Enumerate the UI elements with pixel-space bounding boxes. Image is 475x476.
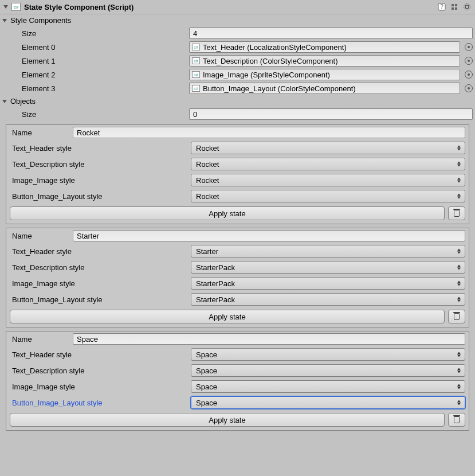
objects-size-input[interactable] (189, 108, 473, 120)
svg-point-6 (465, 5, 469, 9)
dropdown-arrows-icon (457, 194, 461, 199)
state-block: Name Text_Header style Space Text_Descri… (6, 331, 469, 431)
state-name-label: Name (10, 232, 73, 240)
help-icon[interactable]: ? (437, 2, 446, 11)
dropdown-arrows-icon (457, 368, 461, 373)
object-field[interactable]: c# Button_Image_Layout (ColorStyleCompon… (189, 83, 460, 94)
delete-button[interactable] (448, 413, 465, 427)
object-picker-icon[interactable] (465, 84, 473, 92)
state-name-input[interactable] (73, 127, 465, 138)
style-dropdown[interactable]: StarterPack (191, 293, 465, 306)
object-field-value: Text_Description (ColorStyleComponent) (203, 57, 338, 65)
dropdown-value: StarterPack (196, 279, 235, 288)
foldout-icon (2, 100, 7, 103)
component-title: State Style Component (Script) (24, 3, 437, 11)
style-dropdown[interactable]: Rocket (191, 174, 465, 186)
dropdown-value: Space (196, 350, 217, 359)
preset-icon[interactable] (450, 2, 459, 11)
dropdown-arrows-icon (457, 249, 461, 254)
delete-button[interactable] (448, 206, 465, 220)
dropdown-value: Space (196, 366, 217, 375)
element-label: Element 1 (2, 57, 189, 65)
svg-rect-3 (455, 4, 457, 6)
style-dropdown[interactable]: Space (191, 396, 465, 409)
state-name-label: Name (10, 335, 73, 344)
style-dropdown[interactable]: Space (191, 348, 465, 361)
svg-rect-5 (455, 7, 457, 10)
object-picker-icon[interactable] (465, 57, 473, 65)
dropdown-arrows-icon (457, 178, 461, 183)
trash-icon (454, 416, 460, 423)
style-dropdown[interactable]: Rocket (191, 158, 465, 170)
style-dropdown[interactable]: Rocket (191, 142, 465, 154)
svg-text:?: ? (440, 3, 443, 10)
size-label: Size (2, 29, 189, 38)
style-row-label: Button_Image_Layout style (10, 399, 191, 407)
dropdown-arrows-icon (457, 162, 461, 167)
style-row-label: Image_Image style (10, 383, 191, 391)
object-picker-icon[interactable] (465, 71, 473, 79)
trash-icon (454, 210, 460, 217)
dropdown-value: Starter (196, 247, 218, 256)
object-field-value: Button_Image_Layout (ColorStyleComponent… (203, 84, 356, 93)
style-dropdown[interactable]: StarterPack (191, 277, 465, 290)
state-name-label: Name (10, 128, 73, 137)
style-row-label: Text_Description style (10, 366, 191, 375)
dropdown-value: Rocket (196, 160, 219, 169)
svg-rect-2 (452, 4, 454, 6)
foldout-icon[interactable] (3, 5, 8, 9)
style-row-label: Text_Description style (10, 160, 191, 169)
dropdown-value: Rocket (196, 176, 219, 185)
dropdown-arrows-icon (457, 265, 461, 270)
dropdown-value: StarterPack (196, 295, 235, 304)
state-name-input[interactable] (73, 333, 465, 345)
state-block: Name Text_Header style Rocket Text_Descr… (6, 124, 469, 224)
object-field[interactable]: c# Image_Image (SpriteStyleComponent) (189, 69, 460, 80)
gear-icon[interactable] (462, 2, 472, 11)
svg-point-7 (464, 4, 470, 10)
objects-header[interactable]: Objects (0, 95, 475, 107)
objects-label: Objects (10, 97, 36, 106)
dropdown-value: Space (196, 383, 217, 391)
script-icon: c# (192, 71, 200, 78)
style-dropdown[interactable]: StarterPack (191, 261, 465, 274)
style-row-label: Button_Image_Layout style (10, 295, 191, 304)
delete-button[interactable] (448, 310, 465, 323)
dropdown-arrows-icon (457, 400, 461, 405)
style-row-label: Text_Header style (10, 144, 191, 153)
component-header: c# State Style Component (Script) ? (0, 0, 475, 14)
style-dropdown[interactable]: Starter (191, 245, 465, 257)
state-name-input[interactable] (73, 230, 465, 241)
script-icon: c# (192, 85, 200, 92)
apply-state-button[interactable]: Apply state (10, 206, 445, 220)
object-field-value: Text_Header (LocalizationStyleComponent) (203, 43, 347, 52)
style-row-label: Button_Image_Layout style (10, 192, 191, 201)
apply-state-button[interactable]: Apply state (10, 413, 445, 427)
style-dropdown[interactable]: Rocket (191, 190, 465, 202)
objects-size-label: Size (2, 110, 189, 119)
size-input[interactable] (189, 28, 473, 39)
object-picker-icon[interactable] (465, 43, 473, 51)
foldout-icon (2, 19, 7, 22)
apply-state-button[interactable]: Apply state (10, 310, 445, 323)
dropdown-arrows-icon (457, 352, 461, 357)
dropdown-value: Space (196, 399, 217, 407)
dropdown-arrows-icon (457, 297, 461, 302)
style-dropdown[interactable]: Space (191, 364, 465, 377)
script-icon: c# (11, 3, 21, 11)
dropdown-arrows-icon (457, 281, 461, 286)
dropdown-value: Rocket (196, 192, 219, 201)
object-field[interactable]: c# Text_Description (ColorStyleComponent… (189, 55, 460, 67)
style-row-label: Text_Description style (10, 263, 191, 272)
object-field[interactable]: c# Text_Header (LocalizationStyleCompone… (189, 41, 460, 53)
svg-rect-4 (452, 7, 454, 10)
script-icon: c# (192, 57, 200, 64)
trash-icon (454, 313, 460, 320)
object-field-value: Image_Image (SpriteStyleComponent) (203, 71, 330, 79)
style-row-label: Text_Header style (10, 247, 191, 256)
style-dropdown[interactable]: Space (191, 380, 465, 393)
dropdown-arrows-icon (457, 146, 461, 151)
element-label: Element 0 (2, 43, 189, 52)
script-icon: c# (192, 44, 200, 50)
style-components-header[interactable]: Style Components (0, 14, 475, 26)
